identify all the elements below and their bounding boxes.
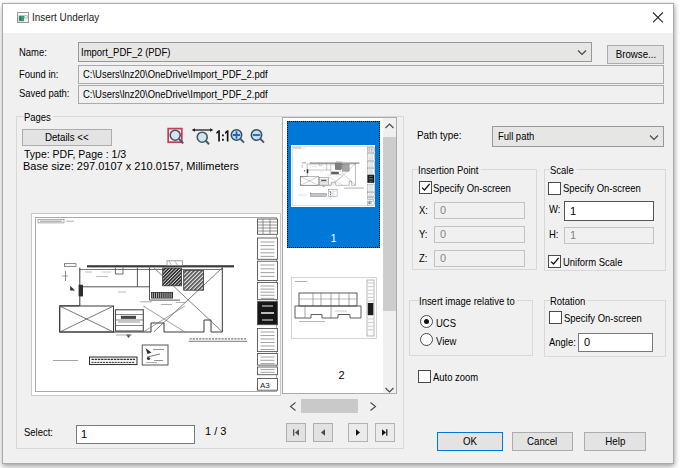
- svg-text:A3: A3: [260, 381, 270, 390]
